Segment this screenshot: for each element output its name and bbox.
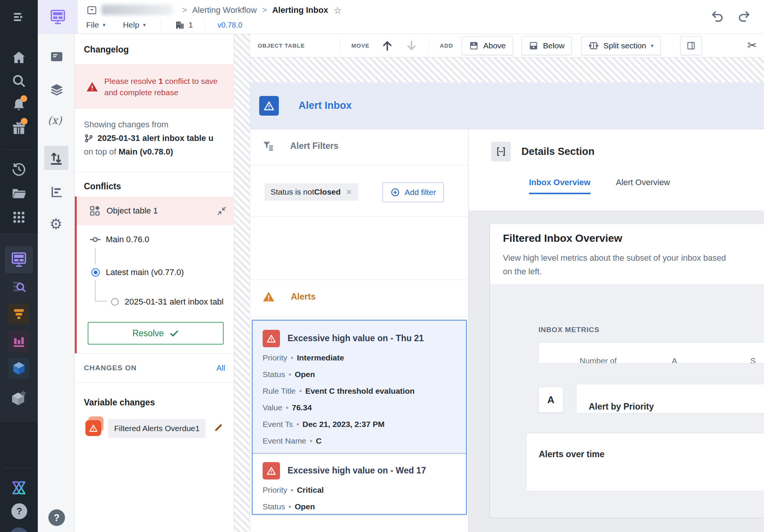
detail-value: Open: [295, 502, 315, 511]
main-menu-button[interactable]: [0, 0, 38, 34]
canvas-background: [250, 57, 764, 82]
version-incoming-label: 2025-01-31 alert inbox tabl: [125, 297, 224, 307]
detail-label: Event Ts: [263, 420, 293, 429]
file-menu[interactable]: File: [86, 20, 99, 29]
version-node-incoming[interactable]: 2025-01-31 alert inbox tabl: [111, 297, 234, 307]
showing-changes: Showing changes from 2025-01-31 alert in…: [84, 118, 234, 159]
tree-connector: [95, 280, 96, 302]
add-filter-plus-icon: [390, 187, 400, 197]
panel-layout-icon: [686, 41, 696, 51]
timeline-chart-icon[interactable]: [50, 185, 63, 199]
branch-name: 2025-01-31 alert inbox table u: [97, 131, 213, 145]
banner-text: Please resolve: [104, 77, 159, 85]
object-table-widget-icon: [89, 205, 101, 217]
cut-section-icon[interactable]: ✂: [747, 39, 757, 52]
alerts-warning-icon: [262, 290, 275, 303]
rewards-gift-icon[interactable]: [11, 120, 27, 136]
favorite-star-icon[interactable]: ☆: [333, 5, 342, 16]
compare-changes-icon-active[interactable]: [44, 146, 68, 170]
variables-icon[interactable]: (x): [48, 114, 62, 127]
move-down-button-disabled[interactable]: [405, 39, 418, 52]
collapse-icon[interactable]: [217, 206, 227, 216]
move-up-button[interactable]: [381, 39, 394, 52]
detail-value: Critical: [297, 486, 324, 495]
conflict-row-object-table[interactable]: Object table 1: [77, 196, 234, 225]
gear-icon[interactable]: ⚙: [49, 217, 62, 231]
pencil-icon: [214, 423, 223, 432]
breadcrumb-parent-link[interactable]: Alerting Workflow: [192, 5, 257, 15]
chevron-down-icon: ▾: [143, 22, 146, 28]
help-menu[interactable]: Help: [123, 20, 139, 29]
projects-folder-icon[interactable]: [11, 186, 27, 201]
building-icon[interactable]: [175, 20, 185, 30]
variable-change-row[interactable]: Filtered Alerts Overdue1: [84, 419, 225, 438]
version-node-base: Main 0.76.0: [89, 234, 149, 246]
tab-inbox-overview-active[interactable]: Inbox Overview: [529, 178, 591, 194]
sidebar-item-modeling-cube-star[interactable]: [10, 389, 28, 407]
breadcrumb-current: Alerting Inbox: [272, 5, 328, 15]
alert-card-selected[interactable]: Excessive high value on - Thu 21 Priorit…: [253, 321, 466, 454]
add-above-button[interactable]: Above: [462, 36, 513, 55]
variable-name-chip[interactable]: Filtered Alerts Overdue1: [108, 419, 206, 438]
tree-connector: [95, 248, 96, 264]
on-top-target: Main (v0.78.0): [119, 147, 173, 156]
changelog-panel-icon[interactable]: [50, 50, 63, 63]
sidebar-item-charts-app[interactable]: [8, 331, 29, 352]
breadcrumb-separator: >: [182, 5, 187, 15]
version-node-selected[interactable]: Latest main (v0.77.0): [91, 268, 184, 277]
detail-label: Status: [263, 502, 285, 511]
workshop-logo-icon: [49, 8, 67, 26]
sidebar-item-funnel-app[interactable]: [8, 303, 29, 325]
sidebar-item-workshop-active[interactable]: [5, 246, 33, 273]
apps-grid-icon[interactable]: [12, 210, 26, 224]
changelog-title: Changelog: [84, 45, 129, 55]
sidebar-item-ontology-cube[interactable]: [8, 358, 29, 379]
edit-variable-button[interactable]: [214, 423, 223, 432]
redo-icon[interactable]: [736, 10, 752, 24]
alert-severity-icon: [263, 330, 280, 347]
filter-chip[interactable]: Status is not Closed ✕: [264, 183, 358, 201]
layers-icon[interactable]: [49, 82, 64, 97]
radio-unselected-icon[interactable]: [111, 298, 119, 306]
workshop-app-badge[interactable]: [38, 0, 78, 34]
menu-bar: File ▾ Help ▾ 1 v0.78.0: [86, 18, 242, 32]
filter-icon: [262, 140, 274, 152]
search-icon[interactable]: [11, 73, 26, 88]
banner-conflict-count: 1: [159, 77, 163, 85]
add-below-icon: [529, 41, 538, 51]
resolve-button[interactable]: Resolve: [88, 322, 224, 345]
metrics-column-header: S: [750, 356, 756, 363]
undo-icon[interactable]: [710, 10, 725, 24]
radio-selected-icon[interactable]: [91, 268, 100, 277]
help-icon-panel[interactable]: ?: [48, 509, 65, 526]
alert-card[interactable]: Excessive high value on - Wed 17 Priorit…: [253, 454, 466, 515]
alert-inbox-header: Alert Inbox: [250, 82, 764, 129]
changes-on-all-link[interactable]: All: [217, 363, 225, 373]
alert-filters-title: Alert Filters: [290, 141, 339, 151]
hamburger-menu-icon: [12, 10, 26, 24]
left-navigation-rail: ?: [0, 34, 38, 532]
home-icon[interactable]: [11, 50, 27, 65]
notifications-bell-icon[interactable]: [11, 97, 26, 113]
toggle-panel-button[interactable]: [680, 36, 702, 55]
remove-filter-icon[interactable]: ✕: [346, 188, 352, 196]
detail-label: Status: [263, 370, 285, 379]
add-filter-button[interactable]: Add filter: [382, 182, 444, 202]
card-title: Filtered Inbox Overview: [503, 232, 622, 244]
workshop-app-window: > Alerting Workflow > Alerting Inbox ☆ F…: [0, 0, 764, 532]
tab-alert-overview[interactable]: Alert Overview: [616, 178, 670, 187]
alert-inbox-icon: [259, 96, 279, 116]
history-icon[interactable]: [11, 162, 26, 177]
add-below-button[interactable]: Below: [521, 36, 572, 55]
variable-changes-title: Variable changes: [84, 397, 155, 408]
help-icon[interactable]: ?: [11, 503, 27, 519]
alert-card-title: Excessive high value on - Thu 21: [288, 333, 424, 343]
avatar[interactable]: [9, 527, 29, 532]
sidebar-item-object-explorer[interactable]: [8, 276, 29, 297]
brand-logo-icon[interactable]: [10, 479, 28, 496]
project-box-icon: [86, 5, 97, 16]
alerts-title: Alerts: [291, 292, 315, 302]
alerts-header: Alerts: [262, 290, 315, 303]
version-label[interactable]: v0.78.0: [218, 21, 243, 29]
split-section-button[interactable]: Split section ▾: [581, 36, 661, 55]
